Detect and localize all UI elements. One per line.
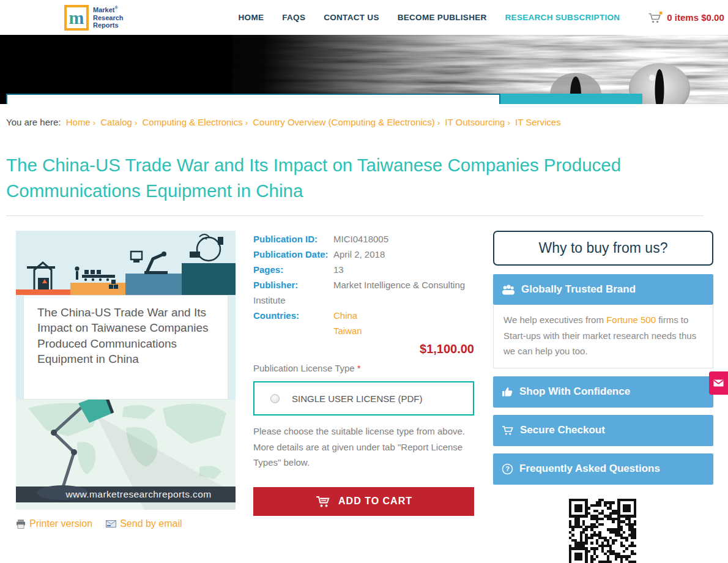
- benefit-label: Secure Checkout: [520, 424, 605, 436]
- license-option-box: SINGLE USER LICENSE (PDF): [253, 381, 474, 416]
- why-to-buy-title: Why to buy from us?: [539, 240, 668, 256]
- detail-row-publication-date: Publication Date:April 2, 2018: [253, 247, 474, 262]
- price: $1,100.00: [253, 342, 474, 356]
- people-icon: [502, 285, 515, 295]
- license-option-label: SINGLE USER LICENSE (PDF): [292, 393, 422, 404]
- license-type-label: Publication License Type *: [253, 363, 474, 373]
- email-contact-tab[interactable]: [709, 371, 728, 395]
- country-link-taiwan[interactable]: Taiwan: [333, 323, 362, 338]
- printer-version-link[interactable]: Printer version: [16, 518, 92, 529]
- benefit-label: Frequently Asked Questions: [519, 463, 660, 475]
- printer-version-label: Printer version: [29, 518, 92, 529]
- pages-label: Pages:: [253, 262, 333, 277]
- site-logo[interactable]: m Market® Research Reports: [64, 5, 124, 31]
- title-divider: [6, 215, 704, 216]
- breadcrumb-it-outsourcing[interactable]: IT Outsourcing: [445, 117, 505, 127]
- publication-id-value: MICI0418005: [333, 234, 388, 244]
- pages-value: 13: [333, 264, 344, 275]
- send-by-email-label: Send by email: [120, 518, 182, 529]
- breadcrumb-country-overview[interactable]: Country Overview (Computing & Electronic…: [253, 117, 435, 127]
- breadcrumb: You are here: Home› Catalog› Computing &…: [6, 117, 563, 127]
- brand-line-3: Reports: [93, 21, 124, 29]
- page-title: The China-US Trade War and Its Impact on…: [6, 152, 691, 204]
- breadcrumb-separator: ›: [437, 118, 440, 127]
- cart-status: 0 items $0.00: [667, 12, 724, 23]
- nav-item-become-publisher[interactable]: BECOME PUBLISHER: [398, 13, 487, 22]
- benefit-secure-checkout[interactable]: Secure Checkout: [493, 415, 713, 446]
- search-button[interactable]: SEARCH: [500, 94, 642, 104]
- license-note: Please choose the suitable license type …: [253, 423, 474, 471]
- registered-mark: ®: [114, 6, 117, 10]
- breadcrumb-prefix: You are here:: [6, 117, 61, 127]
- thumb-up-icon: [502, 386, 513, 397]
- search-bar: SEARCH: [6, 94, 642, 104]
- qr-code: [569, 499, 636, 563]
- sidebar: Why to buy from us? Globally Trusted Bra…: [493, 231, 713, 485]
- nav-item-contact-us[interactable]: CONTACT US: [324, 13, 379, 22]
- cart-icon: [648, 12, 663, 24]
- publication-id-label: Publication ID:: [253, 231, 333, 247]
- logo-brand-text: Market® Research Reports: [93, 6, 124, 29]
- benefit-frequently-asked-questions[interactable]: ? Frequently Asked Questions: [493, 453, 713, 485]
- country-link-china[interactable]: China: [333, 308, 362, 323]
- publication-date-value: April 2, 2018: [333, 249, 385, 259]
- cover-title: The China-US Trade War and Its Impact on…: [37, 305, 221, 367]
- required-asterisk: *: [357, 363, 361, 373]
- brand-line-2: Research: [93, 14, 124, 22]
- send-by-email-link[interactable]: Send by email: [106, 518, 182, 529]
- license-type-label-text: Publication License Type: [253, 363, 355, 373]
- countries-values: ChinaTaiwan: [333, 308, 362, 338]
- countries-label: Countries:: [253, 308, 333, 323]
- printer-icon: [16, 520, 26, 529]
- nav-item-faqs[interactable]: FAQS: [282, 13, 305, 22]
- add-to-cart-button[interactable]: ADD TO CART: [253, 487, 474, 516]
- top-header: m Market® Research Reports HOME FAQS CON…: [0, 0, 728, 35]
- document-actions: Printer version Send by email: [16, 518, 182, 529]
- trusted-brand-note: We help executives from Fortune 500 firm…: [493, 305, 713, 368]
- why-to-buy-box: Why to buy from us?: [493, 231, 713, 266]
- logo-m-icon: m: [64, 5, 89, 31]
- breadcrumb-separator: ›: [93, 118, 95, 127]
- publisher-label: Publisher:: [253, 277, 333, 293]
- trusted-note-text: We help executives from: [503, 315, 606, 325]
- fortune-500-link[interactable]: Fortune 500: [606, 315, 656, 325]
- detail-row-countries: Countries:ChinaTaiwan: [253, 308, 474, 338]
- benefit-label: Globally Trusted Brand: [521, 283, 636, 296]
- breadcrumb-separator: ›: [507, 118, 510, 127]
- question-icon: ?: [502, 463, 513, 475]
- envelope-icon: [713, 379, 724, 387]
- add-to-cart-cart-icon: [315, 495, 331, 508]
- breadcrumb-separator: ›: [245, 118, 248, 127]
- question-glyph: ?: [505, 465, 510, 472]
- breadcrumb-home[interactable]: Home: [66, 117, 91, 127]
- benefit-shop-with-confidence[interactable]: Shop With Confidence: [493, 376, 713, 408]
- cover-website: www.marketresearchreports.com: [16, 487, 236, 502]
- detail-row-publisher: Publisher:Market Intelligence & Consulti…: [253, 277, 474, 308]
- breadcrumb-it-services[interactable]: IT Services: [515, 117, 561, 127]
- publication-details: Publication ID:MICI0418005 Publication D…: [253, 231, 474, 516]
- nav-item-research-subscription[interactable]: RESEARCH SUBSCRIPTION: [505, 13, 620, 22]
- brand-line-1: Market: [93, 6, 114, 13]
- email-icon: [106, 520, 116, 528]
- benefit-globally-trusted-brand[interactable]: Globally Trusted Brand: [493, 274, 713, 305]
- benefit-label: Shop With Confidence: [519, 386, 630, 398]
- logo-letter: m: [69, 9, 84, 27]
- cart-icon: [502, 425, 514, 436]
- cart-button[interactable]: 0 items $0.00: [648, 12, 724, 24]
- add-to-cart-label: ADD TO CART: [338, 496, 412, 507]
- nav-item-home[interactable]: HOME: [239, 13, 264, 22]
- page: m Market® Research Reports HOME FAQS CON…: [0, 0, 728, 563]
- detail-row-publication-id: Publication ID:MICI0418005: [253, 231, 474, 247]
- main-nav: HOME FAQS CONTACT US BECOME PUBLISHER RE…: [239, 13, 620, 22]
- publication-date-label: Publication Date:: [253, 247, 333, 262]
- breadcrumb-separator: ›: [135, 118, 137, 127]
- breadcrumb-computing-electronics[interactable]: Computing & Electronics: [142, 117, 242, 127]
- cover-title-card: The China-US Trade War and Its Impact on…: [23, 295, 228, 400]
- breadcrumb-catalog[interactable]: Catalog: [100, 117, 132, 127]
- report-cover-image: The China-US Trade War and Its Impact on…: [16, 231, 236, 510]
- search-input[interactable]: [6, 94, 500, 104]
- detail-row-pages: Pages:13: [253, 262, 474, 277]
- license-radio-button[interactable]: [270, 394, 280, 403]
- hero-banner: SEARCH: [0, 35, 728, 104]
